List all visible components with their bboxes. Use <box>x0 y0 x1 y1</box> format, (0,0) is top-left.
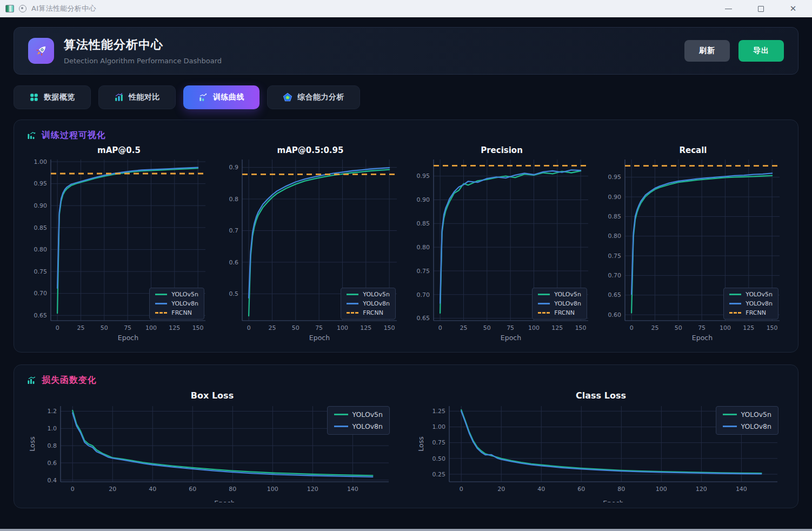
chart-map50: mAP@0.5 0.650.700.750.800.850.900.951.00… <box>26 143 212 347</box>
svg-text:0.75: 0.75 <box>432 439 446 446</box>
tab-label: 综合能力分析 <box>297 92 344 102</box>
export-button[interactable]: 导出 <box>738 40 784 62</box>
svg-text:0.60: 0.60 <box>608 311 622 318</box>
tab-bar: 数据概览 性能对比 训练曲线 <box>14 85 798 109</box>
svg-text:40: 40 <box>149 486 156 493</box>
svg-text:0.65: 0.65 <box>417 315 430 322</box>
legend-item: YOLOv8n <box>729 300 773 307</box>
svg-text:0.80: 0.80 <box>417 244 430 251</box>
svg-text:150: 150 <box>767 324 778 331</box>
svg-text:0: 0 <box>438 324 442 331</box>
legend-swatch <box>729 303 741 304</box>
svg-text:0.90: 0.90 <box>608 194 622 201</box>
svg-text:150: 150 <box>384 324 395 331</box>
svg-text:80: 80 <box>229 486 236 493</box>
chart-canvas-class-loss: 0.250.500.751.001.25020406080100120140Ep… <box>415 402 787 502</box>
svg-text:0.95: 0.95 <box>417 172 430 180</box>
legend-swatch <box>538 312 550 314</box>
close-button[interactable]: ✕ <box>786 2 800 16</box>
chart-canvas-precision: 0.650.700.750.800.850.900.95025507510012… <box>409 155 595 347</box>
chart-recall: Recall 0.600.650.700.750.800.850.900.950… <box>600 143 786 347</box>
svg-text:Loss: Loss <box>28 436 36 451</box>
svg-text:0.85: 0.85 <box>34 224 48 231</box>
svg-text:0.90: 0.90 <box>417 196 430 203</box>
svg-text:0.75: 0.75 <box>417 268 430 275</box>
svg-text:60: 60 <box>189 486 196 493</box>
legend-label: YOLOv8n <box>746 300 773 307</box>
legend-swatch <box>538 294 550 295</box>
svg-text:50: 50 <box>101 324 108 331</box>
svg-text:75: 75 <box>507 324 514 331</box>
svg-text:0.5: 0.5 <box>229 290 239 297</box>
tab-data-overview[interactable]: 数据概览 <box>14 85 91 109</box>
legend-swatch <box>729 312 741 314</box>
tab-comprehensive-analysis[interactable]: 综合能力分析 <box>267 85 360 109</box>
legend-label: YOLOv8n <box>554 300 581 307</box>
legend-swatch <box>155 312 167 314</box>
legend-label: FRCNN <box>746 309 766 316</box>
svg-text:Epoch: Epoch <box>309 334 330 342</box>
svg-text:0.8: 0.8 <box>229 196 239 203</box>
svg-text:80: 80 <box>617 486 625 493</box>
panel-loss-curves: 损失函数变化 Box Loss 0.40.60.81.01.2020406080… <box>14 364 798 508</box>
window-controls: ✕ <box>721 2 807 16</box>
chart-canvas-map50-95: 0.50.60.70.80.90255075100125150EpochYOLO… <box>217 155 403 347</box>
svg-text:0.4: 0.4 <box>48 477 57 484</box>
legend-swatch <box>334 414 348 415</box>
legend-swatch <box>347 312 358 314</box>
maximize-icon <box>758 6 764 12</box>
legend-item: YOLOv5n <box>347 291 390 298</box>
svg-text:1.0: 1.0 <box>48 425 57 432</box>
maximize-button[interactable] <box>754 2 768 16</box>
titlebar[interactable]: AI算法性能分析中心 ✕ <box>0 0 812 17</box>
svg-text:0.95: 0.95 <box>34 180 48 187</box>
legend-item: YOLOv5n <box>334 410 383 419</box>
svg-text:0: 0 <box>71 486 75 493</box>
chart-title: mAP@0.5:0.95 <box>217 145 403 155</box>
svg-text:0.65: 0.65 <box>608 291 622 298</box>
tab-label: 性能对比 <box>129 92 160 102</box>
svg-text:20: 20 <box>497 486 505 493</box>
svg-text:Epoch: Epoch <box>501 334 521 342</box>
svg-text:0.8: 0.8 <box>48 442 57 449</box>
legend-label: YOLOv5n <box>746 291 773 298</box>
svg-text:0.50: 0.50 <box>432 455 446 462</box>
legend-swatch <box>723 426 737 427</box>
minimize-button[interactable] <box>721 2 735 16</box>
legend: YOLOv5nYOLOv8n <box>327 406 390 435</box>
training-curve-icon <box>198 92 208 102</box>
legend-swatch <box>347 303 358 304</box>
svg-text:0.75: 0.75 <box>34 268 48 275</box>
svg-text:100: 100 <box>656 486 667 493</box>
legend-label: YOLOv8n <box>363 300 390 307</box>
svg-text:0.80: 0.80 <box>608 233 622 240</box>
svg-text:0: 0 <box>460 486 463 493</box>
svg-text:0.25: 0.25 <box>432 471 446 478</box>
section-head-loss: 损失函数变化 <box>27 375 786 386</box>
legend-item: YOLOv5n <box>723 410 771 419</box>
metrics-charts-row: mAP@0.5 0.650.700.750.800.850.900.951.00… <box>26 143 786 347</box>
svg-text:75: 75 <box>698 324 705 331</box>
legend: YOLOv5nYOLOv8nFRCNN <box>149 288 204 320</box>
legend: YOLOv5nYOLOv8nFRCNN <box>341 288 396 320</box>
page-subtitle: Detection Algorithm Performance Dashboar… <box>64 57 222 65</box>
legend: YOLOv5nYOLOv8n <box>716 406 778 435</box>
svg-text:120: 120 <box>696 486 707 493</box>
legend-swatch <box>155 294 167 295</box>
legend: YOLOv5nYOLOv8nFRCNN <box>532 288 587 320</box>
svg-text:0.7: 0.7 <box>229 227 239 234</box>
svg-text:140: 140 <box>347 486 358 493</box>
svg-text:1.00: 1.00 <box>34 158 48 165</box>
legend-swatch <box>538 303 550 304</box>
legend-label: YOLOv5n <box>171 291 198 298</box>
svg-text:125: 125 <box>360 324 371 331</box>
tab-performance-compare[interactable]: 性能对比 <box>98 85 176 109</box>
chart-title: Recall <box>600 145 786 155</box>
tab-training-curves[interactable]: 训练曲线 <box>183 85 259 109</box>
svg-text:Epoch: Epoch <box>118 334 138 342</box>
svg-text:Loss: Loss <box>417 436 425 451</box>
refresh-button[interactable]: 刷新 <box>684 40 730 62</box>
svg-text:0.6: 0.6 <box>48 460 57 467</box>
chart-canvas-recall: 0.600.650.700.750.800.850.900.9502550751… <box>600 155 786 347</box>
svg-text:Epoch: Epoch <box>603 499 623 502</box>
